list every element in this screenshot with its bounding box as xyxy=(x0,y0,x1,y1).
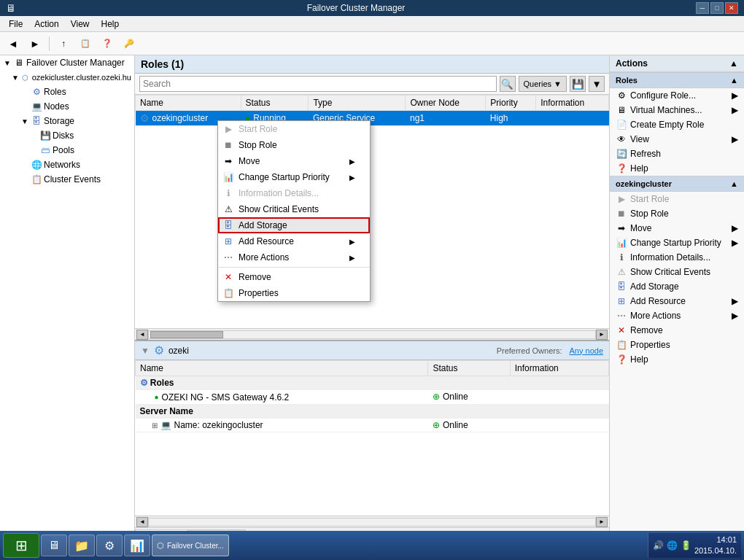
minimize-button[interactable]: ─ xyxy=(696,2,709,14)
roles-section-collapse[interactable]: ▲ xyxy=(730,76,738,85)
action-add-resource[interactable]: ⊞ Add Resource ▶ xyxy=(610,294,744,308)
ctx-remove[interactable]: ✕ Remove xyxy=(218,269,370,285)
search-input[interactable] xyxy=(139,76,497,92)
action-info-details[interactable]: ℹ Information Details... xyxy=(610,250,744,265)
ctx-add-storage[interactable]: 🗄 Add Storage xyxy=(218,217,370,233)
col-type[interactable]: Type xyxy=(309,96,406,111)
center-panel: Roles (1) 🔍 Queries ▼ 💾 ▼ Name Status xyxy=(135,55,609,544)
table-row[interactable]: ● OZEKI NG - SMS Gateway 4.6.2 ⊕ Online xyxy=(136,390,609,405)
networks-icon: 🌐 xyxy=(31,159,42,171)
tree-events[interactable]: 📋 Cluster Events xyxy=(0,172,134,187)
action-roles-help[interactable]: ❓ Help xyxy=(610,161,744,176)
action-show-critical[interactable]: ⚠ Show Critical Events xyxy=(610,265,744,279)
action-start-role[interactable]: ▶ Start Role xyxy=(610,192,744,206)
ctx-info-details[interactable]: ℹ Information Details... xyxy=(218,185,370,201)
taskbar-item-4[interactable]: 📊 xyxy=(124,534,150,556)
toolbar-btn2[interactable]: 📋 xyxy=(75,34,96,53)
tree-cluster[interactable]: ▼ ⬡ ozekicluster.cluster.ozeki.hu xyxy=(0,70,134,85)
taskbar-item-1[interactable]: 🖥 xyxy=(41,534,67,556)
taskbar-item-3[interactable]: ⚙ xyxy=(96,534,123,556)
bottom-h-scrollbar[interactable]: ◄ ► xyxy=(135,516,609,527)
ctx-start-role[interactable]: ▶ Start Role xyxy=(218,121,370,137)
action-refresh[interactable]: 🔄 Refresh xyxy=(610,147,744,161)
table-row[interactable]: ⚙ ozekingcluster ● Running Generic S xyxy=(136,111,609,126)
cluster-section-collapse[interactable]: ▲ xyxy=(730,179,738,188)
ctx-add-resource[interactable]: ⊞ Add Resource ▶ xyxy=(218,233,370,249)
toolbar-forward[interactable]: ► xyxy=(25,34,45,53)
bottom-scroll-right[interactable]: ► xyxy=(596,517,608,527)
clock-time: 14:01 xyxy=(694,534,737,545)
col-info[interactable]: Information xyxy=(536,96,609,111)
tree-roles[interactable]: ⚙ Roles xyxy=(0,85,134,99)
action-remove[interactable]: ✕ Remove xyxy=(610,323,744,338)
bottom-col-status[interactable]: Status xyxy=(428,361,510,376)
ctx-change-startup[interactable]: 📊 Change Startup Priority ▶ xyxy=(218,169,370,185)
ctx-properties[interactable]: 📋 Properties xyxy=(218,285,370,301)
col-name[interactable]: Name xyxy=(136,96,241,111)
action-move[interactable]: ➡ Move ▶ xyxy=(610,221,744,236)
action-cluster-help[interactable]: ❓ Help xyxy=(610,352,744,367)
start-button[interactable]: ⊞ xyxy=(3,533,39,558)
close-button[interactable]: ✕ xyxy=(725,2,738,14)
action-stop-role[interactable]: ⏹ Stop Role xyxy=(610,206,744,221)
tray-icon-2[interactable]: 🌐 xyxy=(667,540,678,551)
ctx-move[interactable]: ➡ Move ▶ xyxy=(218,153,370,169)
action-configure-role[interactable]: ⚙ Configure Role... ▶ xyxy=(610,88,744,103)
taskbar-item-2[interactable]: 📁 xyxy=(69,534,95,556)
any-node-link[interactable]: Any node xyxy=(570,346,603,355)
scroll-right-btn[interactable]: ► xyxy=(596,330,608,340)
action-properties[interactable]: 📋 Properties xyxy=(610,338,744,352)
toolbar-btn4[interactable]: 🔑 xyxy=(119,34,139,53)
start-role-icon: ▶ xyxy=(616,193,627,205)
table-row[interactable]: ⊞ 💻 Name: ozekingocluster ⊕ Online xyxy=(136,418,609,432)
tree-root[interactable]: ▼ 🖥 Failover Cluster Manager xyxy=(0,55,134,70)
maximize-button[interactable]: □ xyxy=(710,2,724,14)
cell-owner: ng1 xyxy=(406,111,486,126)
tray-icon-1[interactable]: 🔊 xyxy=(653,540,664,551)
menu-view[interactable]: View xyxy=(65,18,96,31)
toolbar: ◄ ► ↑ 📋 ❓ 🔑 xyxy=(0,32,744,55)
menu-file[interactable]: File xyxy=(3,18,28,31)
action-startup-priority[interactable]: 📊 Change Startup Priority ▶ xyxy=(610,236,744,250)
col-owner[interactable]: Owner Node xyxy=(406,96,486,111)
arrow-icon: ▶ xyxy=(732,296,738,306)
tree-storage[interactable]: ▼ 🗄 Storage xyxy=(0,114,134,128)
toolbar-up[interactable]: ↑ xyxy=(53,34,74,53)
save-query-button[interactable]: 💾 xyxy=(570,76,586,92)
bottom-section-roles: ⚙ Roles xyxy=(136,376,609,390)
tree-disks[interactable]: 💾 Disks xyxy=(0,128,134,143)
ctx-show-critical[interactable]: ⚠ Show Critical Events xyxy=(218,201,370,217)
col-priority[interactable]: Priority xyxy=(486,96,536,111)
bottom-table-container: Name Status Information ⚙ Roles xyxy=(135,360,609,516)
more-search-button[interactable]: ▼ xyxy=(589,76,605,92)
menu-action[interactable]: Action xyxy=(28,18,64,31)
ctx-stop-role[interactable]: ⏹ Stop Role xyxy=(218,137,370,153)
tray-icon-3[interactable]: 🔋 xyxy=(681,540,691,551)
bottom-col-info[interactable]: Information xyxy=(510,361,608,376)
taskbar-app-failover[interactable]: ⬡ Failover Cluster... xyxy=(152,534,229,556)
action-create-empty-role[interactable]: 📄 Create Empty Role xyxy=(610,117,744,132)
bottom-col-name[interactable]: Name xyxy=(136,361,428,376)
ctx-more-actions[interactable]: ⋯ More Actions ▶ xyxy=(218,249,370,265)
action-more-actions[interactable]: ⋯ More Actions ▶ xyxy=(610,308,744,323)
queries-button[interactable]: Queries ▼ xyxy=(519,76,567,92)
toolbar-back[interactable]: ◄ xyxy=(3,34,23,53)
stop-role-icon: ⏹ xyxy=(616,208,627,219)
action-virtual-machines[interactable]: 🖥 Virtual Machines... ▶ xyxy=(610,103,744,117)
tree-networks[interactable]: 🌐 Networks xyxy=(0,158,134,172)
scroll-left-btn[interactable]: ◄ xyxy=(136,330,148,340)
actions-collapse-icon[interactable]: ▲ xyxy=(729,58,738,69)
tree-pools[interactable]: 🗃 Pools xyxy=(0,143,134,158)
bottom-scroll-left[interactable]: ◄ xyxy=(136,517,148,527)
menu-help[interactable]: Help xyxy=(96,18,125,31)
table-row[interactable]: ⚙ Roles xyxy=(136,376,609,390)
col-status[interactable]: Status xyxy=(241,96,309,111)
h-scrollbar[interactable]: ◄ ► xyxy=(135,328,609,340)
action-add-storage[interactable]: 🗄 Add Storage xyxy=(610,279,744,294)
cluster-node-icon: ⬡ xyxy=(20,71,31,83)
tree-nodes[interactable]: 💻 Nodes xyxy=(0,99,134,114)
toolbar-btn3[interactable]: ❓ xyxy=(97,34,117,53)
bottom-cell-status: ⊕ Online xyxy=(428,390,510,405)
action-view[interactable]: 👁 View ▶ xyxy=(610,132,744,147)
search-button[interactable]: 🔍 xyxy=(500,76,516,92)
